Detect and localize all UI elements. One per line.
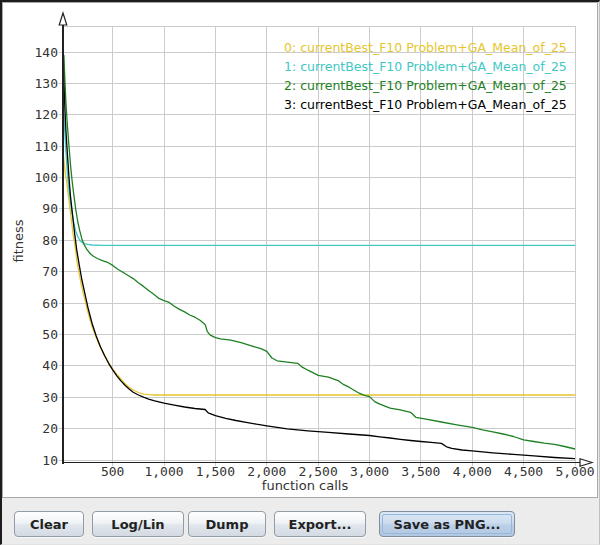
svg-text:110: 110 [35,139,58,154]
svg-text:70: 70 [42,264,58,279]
legend-item: 2: currentBest_F10 Problem+GA_Mean_of_25 [284,76,567,95]
svg-text:1,500: 1,500 [196,464,235,479]
save-as-png-button[interactable]: Save as PNG... [379,511,515,537]
svg-text:130: 130 [35,76,58,91]
legend: 0: currentBest_F10 Problem+GA_Mean_of_25… [284,38,567,114]
legend-item: 0: currentBest_F10 Problem+GA_Mean_of_25 [284,38,567,57]
svg-text:50: 50 [42,327,58,342]
svg-text:2,500: 2,500 [299,464,338,479]
svg-text:4,000: 4,000 [453,464,492,479]
svg-text:80: 80 [42,233,58,248]
svg-text:5,000: 5,000 [555,464,594,479]
svg-text:60: 60 [42,296,58,311]
clear-button[interactable]: Clear [14,511,84,537]
log-lin-button[interactable]: Log/Lin [92,511,184,537]
svg-text:120: 120 [35,107,58,122]
svg-text:140: 140 [35,45,58,60]
svg-text:2,000: 2,000 [247,464,286,479]
svg-text:3,500: 3,500 [401,464,440,479]
svg-text:90: 90 [42,201,58,216]
svg-text:4,500: 4,500 [504,464,543,479]
dump-button[interactable]: Dump [188,511,266,537]
svg-text:20: 20 [42,421,58,436]
x-axis-label: function calls [205,478,405,494]
plot-window: 1020304050607080901001101201301405001,00… [0,0,600,545]
svg-text:10: 10 [42,453,58,468]
svg-text:3,000: 3,000 [350,464,389,479]
svg-text:30: 30 [42,390,58,405]
legend-item: 1: currentBest_F10 Problem+GA_Mean_of_25 [284,57,567,76]
y-axis-label: fitness [11,200,27,282]
chart-panel: 1020304050607080901001101201301405001,00… [2,2,598,498]
legend-item: 3: currentBest_F10 Problem+GA_Mean_of_25 [284,95,567,114]
export-button[interactable]: Export... [274,511,366,537]
svg-text:500: 500 [101,464,124,479]
svg-text:100: 100 [35,170,58,185]
svg-text:40: 40 [42,358,58,373]
svg-text:1,000: 1,000 [144,464,183,479]
toolbar: Clear Log/Lin Dump Export... Save as PNG… [2,498,600,545]
